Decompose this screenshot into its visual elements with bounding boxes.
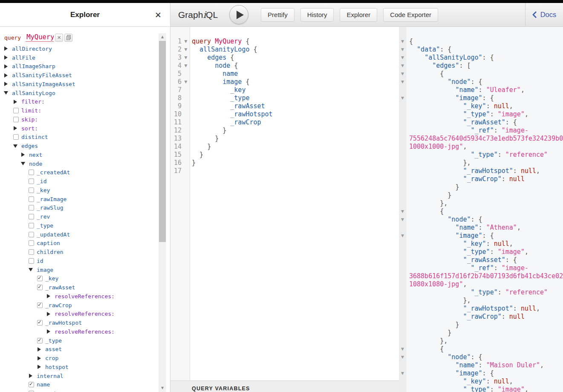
tree-row-allSanityLogo[interactable]: allSanityLogo (0, 89, 170, 98)
tree-row-allDirectory[interactable]: allDirectory (0, 44, 170, 53)
fold-arrow-icon[interactable]: ▼ (399, 353, 406, 361)
expand-arrow-icon[interactable] (47, 312, 50, 316)
fold-arrow-icon[interactable]: ▼ (183, 37, 189, 46)
tree-row-_createdAt[interactable]: _createdAt (0, 168, 170, 177)
tree-row-allImageSharp[interactable]: allImageSharp (0, 62, 170, 71)
scroll-up-arrow-icon[interactable]: ▲ (159, 33, 166, 40)
tree-row-crop[interactable]: crop (0, 354, 170, 363)
checkbox-icon[interactable] (13, 108, 19, 113)
sidebar-scrollbar[interactable]: ▲ ▼ (159, 33, 166, 392)
copy-query-button[interactable] (64, 34, 72, 42)
checkbox-checked-icon[interactable] (37, 320, 43, 326)
scrollbar-thumb[interactable] (159, 41, 166, 242)
tree-row-_type[interactable]: _type (0, 221, 170, 230)
collapse-arrow-icon[interactable] (13, 144, 17, 148)
tree-row-next[interactable]: next (0, 150, 170, 159)
tree-row-caption[interactable]: caption (0, 239, 170, 248)
query-editor[interactable]: 1▼query MyQuery {2▼ allSanityLogo {3▼ ed… (170, 27, 399, 392)
fold-arrow-icon[interactable]: ▼ (399, 46, 406, 54)
fold-arrow-icon[interactable]: ▼ (399, 37, 406, 46)
tree-row-allFile[interactable]: allFile (0, 53, 170, 62)
checkbox-checked-icon[interactable] (37, 338, 43, 343)
expand-arrow-icon[interactable] (47, 329, 50, 334)
explorer-toggle-button[interactable]: Explorer (340, 8, 377, 22)
expand-arrow-icon[interactable] (38, 365, 41, 369)
tree-row-hotspot[interactable]: hotspot (0, 363, 170, 372)
tree-row-resolveReferences[interactable]: resolveReferences: (0, 292, 170, 301)
tree-row-_rawHotspot[interactable]: _rawHotspot (0, 318, 170, 327)
tree-row-_rev[interactable]: _rev (0, 212, 170, 221)
tree-row-node[interactable]: node (0, 159, 170, 168)
checkbox-icon[interactable] (29, 205, 34, 210)
scroll-down-arrow-icon[interactable]: ▼ (159, 384, 166, 391)
fold-arrow-icon[interactable]: ▼ (399, 70, 406, 78)
expand-arrow-icon[interactable] (4, 73, 8, 78)
query-variables-bar[interactable]: QUERY VARIABLES (170, 380, 399, 392)
checkbox-checked-icon[interactable] (29, 382, 34, 387)
checkbox-icon[interactable] (29, 223, 34, 228)
expand-arrow-icon[interactable] (4, 64, 8, 69)
fold-arrow-icon[interactable]: ▼ (399, 216, 406, 224)
query-name-input[interactable]: MyQuery (26, 33, 54, 42)
checkbox-icon[interactable] (29, 187, 34, 193)
tree-row-_id[interactable]: _id (0, 177, 170, 186)
fold-arrow-icon[interactable]: ▼ (399, 62, 406, 70)
expand-arrow-icon[interactable] (4, 82, 8, 86)
tree-row-children[interactable]: children (0, 248, 170, 257)
tree-row-edges[interactable]: edges (0, 141, 170, 150)
expand-arrow-icon[interactable] (47, 294, 50, 298)
checkbox-icon[interactable] (29, 258, 34, 264)
tree-row-_rawSlug[interactable]: _rawSlug (0, 204, 170, 213)
expand-arrow-icon[interactable] (14, 100, 17, 104)
checkbox-icon[interactable] (29, 232, 34, 237)
fold-arrow-icon[interactable]: ▼ (399, 78, 406, 86)
fold-arrow-icon[interactable]: ▼ (183, 54, 189, 62)
tree-row-distinct[interactable]: distinct (0, 133, 170, 142)
fold-arrow-icon[interactable]: ▼ (399, 94, 406, 102)
tree-row-id[interactable]: id (0, 257, 170, 265)
checkbox-checked-icon[interactable] (37, 303, 43, 308)
delete-query-button[interactable]: ✕ (55, 34, 63, 42)
expand-arrow-icon[interactable] (21, 153, 25, 157)
tree-row-skip[interactable]: skip: (0, 115, 170, 124)
tree-row-filter[interactable]: filter: (0, 98, 170, 107)
tree-row-resolveReferences[interactable]: resolveReferences: (0, 310, 170, 319)
checkbox-icon[interactable] (13, 134, 19, 140)
fold-arrow-icon[interactable]: ▼ (399, 232, 406, 240)
tree-row-allSanityImageAsset[interactable]: allSanityImageAsset (0, 80, 170, 89)
expand-arrow-icon[interactable] (4, 55, 8, 60)
tree-row-asset[interactable]: asset (0, 345, 170, 354)
checkbox-icon[interactable] (29, 179, 34, 184)
expand-arrow-icon[interactable] (14, 126, 17, 130)
fold-arrow-icon[interactable]: ▼ (183, 62, 189, 70)
expand-arrow-icon[interactable] (38, 356, 41, 360)
expand-arrow-icon[interactable] (29, 374, 32, 378)
fold-arrow-icon[interactable]: ▼ (183, 46, 189, 54)
tree-row-_updatedAt[interactable]: _updatedAt (0, 230, 170, 239)
tree-row-image[interactable]: image (0, 265, 170, 274)
fold-arrow-icon[interactable]: ▼ (399, 54, 406, 62)
code-exporter-button[interactable]: Code Exporter (383, 8, 438, 22)
tree-row-_type[interactable]: _type (0, 336, 170, 345)
collapse-arrow-icon[interactable] (4, 91, 8, 95)
checkbox-icon[interactable] (29, 214, 34, 219)
checkbox-checked-icon[interactable] (37, 285, 43, 290)
fold-arrow-icon[interactable]: ▼ (399, 345, 406, 353)
tree-row-_key[interactable]: _key (0, 274, 170, 283)
tree-row-parent[interactable]: parent (0, 389, 170, 392)
expand-arrow-icon[interactable] (38, 347, 41, 352)
docs-link[interactable]: Docs (525, 3, 563, 26)
close-icon[interactable]: ✕ (155, 11, 162, 19)
checkbox-icon[interactable] (29, 170, 34, 175)
tree-row-limit[interactable]: limit: (0, 106, 170, 115)
checkbox-icon[interactable] (29, 249, 34, 255)
tree-row-resolveReferences[interactable]: resolveReferences: (0, 327, 170, 336)
fold-arrow-icon[interactable]: ▼ (399, 208, 406, 216)
tree-row-name[interactable]: name (0, 380, 170, 389)
fold-arrow-icon[interactable]: ▼ (399, 369, 406, 378)
tree-row-_key[interactable]: _key (0, 186, 170, 195)
checkbox-icon[interactable] (29, 196, 34, 202)
tree-row-sort[interactable]: sort: (0, 124, 170, 133)
checkbox-checked-icon[interactable] (37, 276, 43, 281)
tree-row-_rawImage[interactable]: _rawImage (0, 195, 170, 204)
